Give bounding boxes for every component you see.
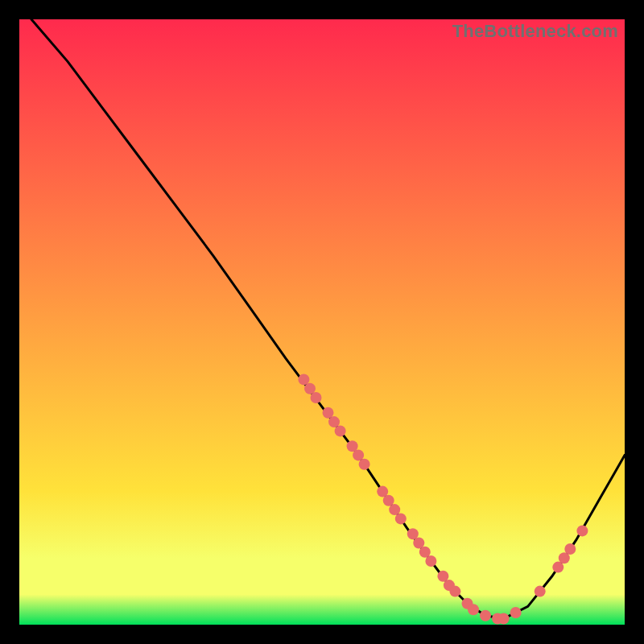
curve-marker	[449, 586, 460, 597]
curve-marker	[576, 525, 588, 536]
chart-frame: TheBottleneck.com	[19, 19, 625, 625]
curve-marker	[564, 543, 576, 555]
attribution-text: TheBottleneck.com	[452, 21, 618, 42]
curve-marker	[498, 613, 510, 625]
curve-marker	[311, 392, 322, 403]
curve-marker	[535, 586, 546, 597]
curve-marker	[335, 425, 346, 436]
curve-marker	[359, 459, 370, 470]
curve-marker	[480, 610, 491, 621]
curve-marker	[395, 513, 407, 524]
bottleneck-curve-chart	[19, 19, 625, 625]
curve-marker	[468, 604, 479, 615]
gradient-background	[19, 19, 625, 625]
curve-marker	[425, 555, 436, 567]
curve-marker	[510, 607, 522, 618]
